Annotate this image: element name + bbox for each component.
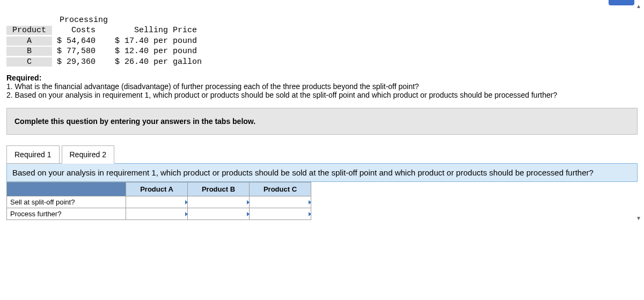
required-q1: 1. What is the financial advantage (disa… — [6, 82, 638, 91]
tab-required-2[interactable]: Required 2 — [62, 145, 115, 164]
answer-cell-process-b[interactable] — [188, 208, 250, 220]
data-table: Processing Product Costs Selling Price A… — [6, 4, 638, 67]
tabs: Required 1 Required 2 — [6, 145, 638, 164]
required-title: Required: — [6, 74, 638, 82]
table-row: C $ 29,360 $ 26.40 per gallon — [6, 57, 202, 67]
required-block: Required: 1. What is the financial advan… — [6, 74, 638, 99]
question-text: Based on your analysis in requirement 1,… — [6, 163, 638, 182]
instruction-bar: Complete this question by entering your … — [6, 108, 638, 135]
answer-cell-sell-a[interactable] — [126, 196, 188, 208]
table-row: A $ 54,640 $ 17.40 per pound — [6, 36, 197, 46]
partial-button[interactable] — [609, 0, 634, 5]
col-header-product-a: Product A — [126, 182, 188, 196]
required-q2: 2. Based on your analysis in requirement… — [6, 91, 638, 99]
tab-required-1[interactable]: Required 1 — [6, 145, 60, 164]
dropdown-icon — [309, 212, 311, 216]
answer-cell-process-c[interactable] — [250, 208, 311, 220]
answer-cell-process-a[interactable] — [126, 208, 188, 220]
answer-cell-sell-b[interactable] — [188, 196, 250, 208]
scroll-up-arrow[interactable]: ▲ — [636, 3, 641, 9]
row-header-sell: Sell at split-off point? — [7, 196, 126, 208]
table-header-row: Processing Product Costs Selling Price — [6, 16, 207, 35]
table-row: B $ 77,580 $ 12.40 per pound — [6, 47, 197, 56]
tab-panel: Based on your analysis in requirement 1,… — [6, 163, 638, 220]
col-header-product-b: Product B — [188, 182, 250, 196]
answer-table: Product A Product B Product C Sell at sp… — [6, 182, 311, 220]
dropdown-icon — [309, 200, 311, 204]
col-header-product-c: Product C — [250, 182, 311, 196]
blank-header — [7, 182, 126, 196]
scroll-down-arrow[interactable]: ▼ — [636, 215, 641, 221]
answer-cell-sell-c[interactable] — [250, 196, 311, 208]
row-header-process: Process further? — [7, 208, 126, 220]
